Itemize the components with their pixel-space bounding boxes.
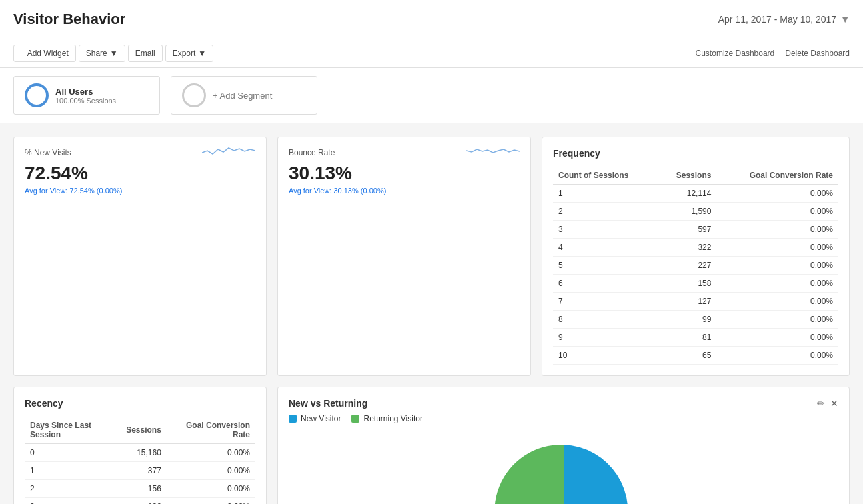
chevron-down-icon: ▼ bbox=[840, 14, 850, 25]
new-visits-value: 72.54% bbox=[25, 163, 122, 184]
rec-rate: 0.00% bbox=[167, 444, 255, 462]
rec-days: 0 bbox=[25, 444, 121, 462]
new-visits-sparkline bbox=[202, 136, 255, 165]
table-row: 3 597 0.00% bbox=[553, 221, 838, 239]
freq-count: 7 bbox=[553, 293, 658, 311]
new-visits-value-block: 72.54% Avg for View: 72.54% (0.00%) bbox=[25, 163, 122, 195]
legend-returning-label: Returning Visitor bbox=[363, 414, 423, 423]
freq-sessions: 322 bbox=[658, 239, 717, 257]
rec-rate: 0.00% bbox=[167, 498, 255, 505]
legend-new-dot bbox=[289, 415, 297, 423]
recency-col-rate: Goal Conversion Rate bbox=[167, 417, 255, 444]
freq-rate: 0.00% bbox=[716, 347, 838, 365]
freq-count: 8 bbox=[553, 311, 658, 329]
pie-returning-slice bbox=[494, 445, 564, 504]
recency-col-days: Days Since Last Session bbox=[25, 417, 121, 444]
table-row: 8 99 0.00% bbox=[553, 311, 838, 329]
table-row: 0 15,160 0.00% bbox=[25, 444, 255, 462]
freq-count: 5 bbox=[553, 257, 658, 275]
pie-edit-button[interactable]: ✏ bbox=[817, 398, 825, 409]
bounce-rate-widget: Bounce Rate 30.13% Avg for View: 30.13% … bbox=[277, 137, 531, 376]
page-title: Visitor Behavior bbox=[13, 11, 125, 28]
rec-sessions: 377 bbox=[121, 462, 167, 480]
rec-sessions: 15,160 bbox=[121, 444, 167, 462]
toolbar-left: + Add Widget Share ▼ Email Export ▼ bbox=[13, 45, 213, 62]
freq-rate: 0.00% bbox=[716, 329, 838, 347]
email-button[interactable]: Email bbox=[128, 45, 163, 62]
table-row: 7 127 0.00% bbox=[553, 293, 838, 311]
pie-chart-svg: 73% 27% bbox=[490, 438, 637, 504]
rec-rate: 0.00% bbox=[167, 462, 255, 480]
frequency-col-count: Count of Sessions bbox=[553, 167, 658, 185]
page-header: Visitor Behavior Apr 11, 2017 - May 10, … bbox=[0, 0, 863, 39]
freq-rate: 0.00% bbox=[716, 257, 838, 275]
frequency-widget: Frequency Count of Sessions Sessions Goa… bbox=[542, 137, 850, 376]
customize-dashboard-link[interactable]: Customize Dashboard bbox=[696, 49, 775, 58]
freq-sessions: 65 bbox=[658, 347, 717, 365]
frequency-col-rate: Goal Conversion Rate bbox=[716, 167, 838, 185]
table-row: 2 1,590 0.00% bbox=[553, 203, 838, 221]
table-row: 1 12,114 0.00% bbox=[553, 185, 838, 203]
frequency-col-sessions: Sessions bbox=[658, 167, 717, 185]
table-row: 10 65 0.00% bbox=[553, 347, 838, 365]
freq-rate: 0.00% bbox=[716, 293, 838, 311]
add-widget-button[interactable]: + Add Widget bbox=[13, 45, 76, 62]
freq-rate: 0.00% bbox=[716, 311, 838, 329]
segment-bar: All Users 100.00% Sessions + Add Segment bbox=[0, 68, 863, 123]
add-segment-button[interactable]: + Add Segment bbox=[171, 76, 317, 115]
frequency-table: Count of Sessions Sessions Goal Conversi… bbox=[553, 167, 838, 365]
bounce-rate-row: 30.13% Avg for View: 30.13% (0.00%) bbox=[289, 163, 520, 195]
freq-sessions: 158 bbox=[658, 275, 717, 293]
chevron-down-icon: ▼ bbox=[198, 49, 206, 58]
rec-sessions: 106 bbox=[121, 498, 167, 505]
freq-count: 3 bbox=[553, 221, 658, 239]
freq-rate: 0.00% bbox=[716, 221, 838, 239]
rec-days: 1 bbox=[25, 462, 121, 480]
freq-sessions: 1,590 bbox=[658, 203, 717, 221]
bounce-rate-value: 30.13% bbox=[289, 163, 386, 184]
share-label: Share bbox=[86, 49, 107, 58]
recency-title: Recency bbox=[25, 398, 255, 409]
pie-widget: New vs Returning ✏ ✕ New Visitor Returni… bbox=[277, 387, 850, 504]
freq-sessions: 127 bbox=[658, 293, 717, 311]
new-visits-widget: % New Visits 72.54% Avg for View: 72.54%… bbox=[13, 137, 267, 376]
pie-close-button[interactable]: ✕ bbox=[830, 398, 838, 409]
freq-sessions: 597 bbox=[658, 221, 717, 239]
freq-sessions: 81 bbox=[658, 329, 717, 347]
chevron-down-icon: ▼ bbox=[110, 49, 118, 58]
bounce-rate-sparkline bbox=[466, 136, 520, 165]
frequency-title: Frequency bbox=[553, 148, 838, 159]
pie-controls: ✏ ✕ bbox=[817, 398, 838, 409]
freq-rate: 0.00% bbox=[716, 185, 838, 203]
bounce-rate-value-block: 30.13% Avg for View: 30.13% (0.00%) bbox=[289, 163, 386, 195]
freq-count: 10 bbox=[553, 347, 658, 365]
freq-rate: 0.00% bbox=[716, 275, 838, 293]
freq-count: 4 bbox=[553, 239, 658, 257]
rec-rate: 0.00% bbox=[167, 480, 255, 498]
frequency-header-row: Count of Sessions Sessions Goal Conversi… bbox=[553, 167, 838, 185]
all-users-segment: All Users 100.00% Sessions bbox=[13, 76, 160, 115]
table-row: 5 227 0.00% bbox=[553, 257, 838, 275]
bottom-row: Recency Days Since Last Session Sessions… bbox=[13, 387, 850, 504]
freq-count: 2 bbox=[553, 203, 658, 221]
pie-container: 73% 27% bbox=[289, 431, 838, 504]
freq-count: 1 bbox=[553, 185, 658, 203]
recency-body: 0 15,160 0.00% 1 377 0.00% 2 156 0.00% 3… bbox=[25, 444, 255, 505]
date-range-picker[interactable]: Apr 11, 2017 - May 10, 2017 ▼ bbox=[718, 14, 850, 25]
pie-header: New vs Returning ✏ ✕ bbox=[289, 398, 838, 409]
legend-returning-visitor: Returning Visitor bbox=[351, 414, 423, 423]
freq-sessions: 99 bbox=[658, 311, 717, 329]
recency-col-sessions: Sessions bbox=[121, 417, 167, 444]
segment-sub: 100.00% Sessions bbox=[55, 97, 116, 105]
segment-info: All Users 100.00% Sessions bbox=[55, 87, 116, 105]
rec-days: 2 bbox=[25, 480, 121, 498]
delete-dashboard-link[interactable]: Delete Dashboard bbox=[785, 49, 850, 58]
pie-legend: New Visitor Returning Visitor bbox=[289, 414, 838, 423]
export-button[interactable]: Export ▼ bbox=[165, 45, 214, 62]
add-segment-label: + Add Segment bbox=[213, 91, 272, 101]
pie-title: New vs Returning bbox=[289, 398, 367, 409]
new-visits-row: 72.54% Avg for View: 72.54% (0.00%) bbox=[25, 163, 255, 195]
frequency-body: 1 12,114 0.00% 2 1,590 0.00% 3 597 0.00%… bbox=[553, 185, 838, 365]
recency-header-row: Days Since Last Session Sessions Goal Co… bbox=[25, 417, 255, 444]
share-button[interactable]: Share ▼ bbox=[79, 45, 125, 62]
